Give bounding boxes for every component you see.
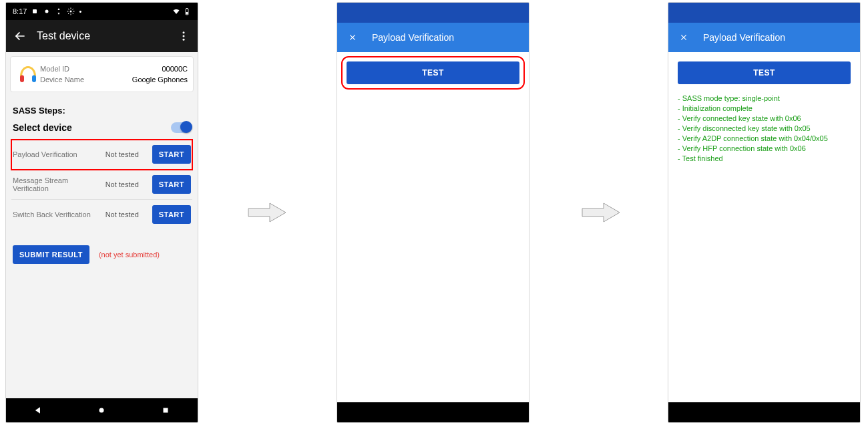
- test-status: Not tested: [105, 150, 152, 158]
- start-button[interactable]: START: [152, 175, 191, 194]
- result-line: - Test finished: [678, 154, 851, 164]
- headphones-icon: [16, 62, 40, 86]
- back-icon[interactable]: [13, 29, 27, 43]
- flow-arrow-icon: [247, 200, 287, 225]
- svg-point-11: [99, 408, 104, 413]
- page-title: Test device: [27, 30, 176, 42]
- svg-rect-0: [33, 9, 37, 13]
- test-status: Not tested: [105, 210, 152, 219]
- result-line: - Verify A2DP connection state with 0x04…: [678, 134, 851, 144]
- phone-screen-2: Payload Verification TEST: [337, 2, 529, 423]
- gear-icon: [67, 7, 75, 15]
- nav-bar: [668, 402, 860, 422]
- svg-rect-10: [32, 76, 36, 83]
- test-results: - SASS mode type: single-point - Initial…: [668, 94, 860, 164]
- nav-bar: [337, 402, 529, 422]
- result-line: - Verify disconnected key state with 0x0…: [678, 124, 851, 134]
- result-line: - Verify connected key state with 0x06: [678, 114, 851, 124]
- test-button[interactable]: TEST: [347, 61, 519, 84]
- test-status: Not tested: [105, 180, 152, 188]
- close-icon[interactable]: [347, 33, 359, 42]
- app-bar: Test device: [6, 20, 198, 52]
- nav-home-icon[interactable]: [97, 406, 106, 415]
- start-button[interactable]: START: [152, 205, 191, 224]
- page-title: Payload Verification: [372, 32, 454, 43]
- section-label: SASS Steps:: [6, 96, 198, 122]
- svg-point-8: [183, 39, 185, 41]
- test-name: Payload Verification: [13, 150, 105, 158]
- select-device-toggle[interactable]: [171, 122, 191, 133]
- status-bar: [337, 3, 529, 23]
- flow-arrow-icon: [581, 200, 621, 225]
- svg-point-7: [183, 35, 185, 37]
- svg-point-1: [45, 10, 49, 13]
- status-icon: [43, 7, 51, 15]
- test-row-switch-back: Switch Back Verification Not tested STAR…: [11, 200, 192, 229]
- start-button[interactable]: START: [152, 145, 191, 164]
- status-time: 8:17: [13, 7, 27, 15]
- test-button[interactable]: TEST: [678, 61, 851, 84]
- select-device-row: Select device: [6, 122, 198, 140]
- page-title: Payload Verification: [703, 32, 785, 43]
- status-bar: [668, 3, 860, 23]
- wifi-icon: [172, 7, 180, 15]
- result-line: - Initialization complete: [678, 104, 851, 114]
- test-row-payload: Payload Verification Not tested START: [11, 140, 192, 170]
- svg-point-2: [70, 11, 72, 13]
- app-bar: Payload Verification: [668, 23, 860, 52]
- nav-recent-icon[interactable]: [161, 406, 170, 415]
- phone-screen-1: 8:17 • Test device Model ID: [5, 2, 198, 423]
- model-id-label: Model ID: [40, 63, 69, 74]
- device-name-value: Google Gphones: [132, 74, 188, 85]
- phone-screen-3: Payload Verification TEST - SASS mode ty…: [668, 2, 861, 423]
- device-card: Model ID 00000C Device Name Google Gphon…: [10, 56, 194, 92]
- close-icon[interactable]: [678, 33, 690, 42]
- test-name: Switch Back Verification: [13, 210, 105, 219]
- device-name-label: Device Name: [40, 74, 84, 85]
- test-list: Payload Verification Not tested START Me…: [6, 140, 198, 229]
- app-bar: Payload Verification: [337, 23, 529, 52]
- status-bar: 8:17 •: [6, 3, 198, 20]
- svg-rect-12: [164, 408, 168, 413]
- submit-area: SUBMIT RESULT (not yet submitted): [6, 229, 198, 280]
- test-name: Message Stream Verification: [13, 176, 105, 192]
- svg-rect-4: [186, 8, 188, 9]
- test-row-message-stream: Message Stream Verification Not tested S…: [11, 170, 192, 200]
- nav-bar: [6, 398, 198, 422]
- nav-back-icon[interactable]: [33, 406, 43, 415]
- model-id-value: 00000C: [162, 63, 188, 74]
- result-line: - Verify HFP connection state with 0x06: [678, 144, 851, 154]
- battery-icon: [183, 7, 191, 15]
- result-line: - SASS mode type: single-point: [678, 94, 851, 104]
- svg-rect-9: [20, 76, 24, 83]
- select-device-label: Select device: [13, 122, 72, 133]
- svg-rect-5: [186, 12, 188, 15]
- svg-point-6: [183, 31, 185, 33]
- status-icon: [31, 7, 39, 15]
- overflow-menu-icon[interactable]: [176, 30, 191, 42]
- submit-status: (not yet submitted): [99, 251, 160, 259]
- submit-result-button[interactable]: SUBMIT RESULT: [13, 245, 89, 264]
- status-icon: [55, 7, 63, 15]
